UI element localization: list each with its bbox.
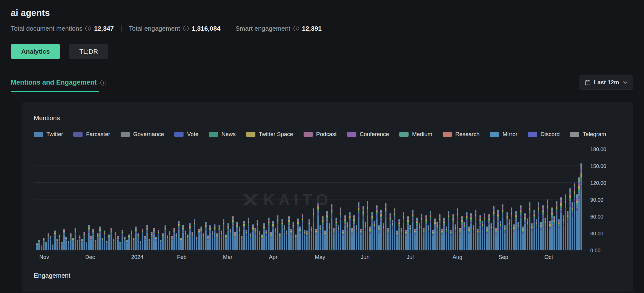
mention-bar[interactable] [367,201,368,250]
mention-bar[interactable] [102,238,103,250]
mention-bar[interactable] [75,228,76,250]
mention-bar[interactable] [376,205,378,250]
legend-item[interactable]: Telegram [570,131,606,138]
mention-bar[interactable] [212,231,213,250]
mention-bar[interactable] [363,206,364,250]
mention-bar[interactable] [506,212,508,250]
mention-bar[interactable] [38,240,40,250]
mention-bar[interactable] [140,241,141,250]
mention-bar[interactable] [286,230,287,250]
mention-bar[interactable] [436,222,438,250]
mention-bar[interactable] [412,210,413,250]
mention-bar[interactable] [547,200,548,250]
mention-bar[interactable] [151,232,153,250]
mention-bar[interactable] [358,202,359,250]
mention-bar[interactable] [486,226,488,250]
mention-bar[interactable] [324,230,326,250]
mention-bar[interactable] [248,218,249,250]
mention-bar[interactable] [124,237,126,250]
mention-bar[interactable] [473,225,474,250]
mention-bar[interactable] [65,237,67,250]
mention-bar[interactable] [340,207,341,250]
mention-bar[interactable] [104,230,105,250]
mention-bar[interactable] [475,210,476,250]
mention-bar[interactable] [551,207,553,250]
mention-bar[interactable] [448,211,449,250]
mention-bar[interactable] [279,233,281,250]
mention-bar[interactable] [293,222,294,250]
mention-bar[interactable] [263,223,265,250]
mention-bar[interactable] [153,228,155,250]
mention-bar[interactable] [108,234,110,250]
mention-bar[interactable] [48,233,49,250]
mention-bar[interactable] [304,230,305,250]
mention-bar[interactable] [401,228,402,250]
mention-bar[interactable] [144,236,146,250]
mention-bar[interactable] [502,204,503,250]
mention-bar[interactable] [322,216,324,250]
info-icon[interactable]: i [293,26,299,31]
mention-bar[interactable] [425,215,427,250]
mention-bar[interactable] [455,224,456,250]
mention-bar[interactable] [178,221,180,250]
mention-bar[interactable] [250,233,251,250]
mention-bar[interactable] [56,239,58,250]
mention-bar[interactable] [106,241,107,250]
legend-item[interactable]: News [209,131,235,138]
mention-bar[interactable] [529,202,530,250]
mention-bar[interactable] [254,228,256,250]
mention-bar[interactable] [572,202,573,250]
mention-bar[interactable] [371,212,373,250]
tab-tldr[interactable]: TL;DR [69,44,108,59]
mention-bar[interactable] [553,216,555,250]
legend-item[interactable]: Vote [174,131,198,138]
mention-bar[interactable] [484,213,485,250]
mention-bar[interactable] [446,226,447,250]
mention-bar[interactable] [434,219,436,250]
mention-bar[interactable] [520,205,522,250]
mention-bar[interactable] [331,204,332,250]
mention-bar[interactable] [277,215,278,250]
mention-bar[interactable] [567,211,568,250]
mention-bar[interactable] [246,230,247,250]
mention-bar[interactable] [536,219,537,250]
mention-bar[interactable] [52,245,53,250]
mention-bar[interactable] [374,221,375,250]
mention-bar[interactable] [198,229,200,250]
legend-item[interactable]: Conference [347,131,389,138]
mention-bar[interactable] [369,226,371,250]
mention-bar[interactable] [146,225,148,250]
mention-bar[interactable] [225,234,227,250]
mention-bar[interactable] [63,229,65,250]
mention-bar[interactable] [138,233,139,250]
mention-bar[interactable] [194,219,195,250]
mention-bar[interactable] [182,225,184,250]
legend-item[interactable]: Discord [528,131,560,138]
mention-bar[interactable] [419,223,420,250]
mention-bar[interactable] [441,229,443,250]
info-icon[interactable]: i [183,26,189,31]
info-icon[interactable]: i [85,26,91,31]
mention-bar[interactable] [428,225,429,250]
mention-bar[interactable] [342,230,344,250]
mention-bar[interactable] [92,229,94,250]
mention-bar[interactable] [68,241,69,250]
mention-bar[interactable] [209,225,211,250]
mention-bar[interactable] [128,234,130,250]
mention-bar[interactable] [396,230,398,250]
mention-bar[interactable] [533,210,535,250]
mention-bar[interactable] [185,230,186,250]
mention-bar[interactable] [439,214,440,250]
mention-bar[interactable] [219,225,220,250]
mention-bar[interactable] [196,237,197,250]
mention-bar[interactable] [497,210,499,250]
mention-bar[interactable] [527,219,528,250]
legend-item[interactable]: Podcast [304,131,337,138]
mention-bar[interactable] [160,240,161,250]
mention-bar[interactable] [61,242,63,250]
mention-bar[interactable] [403,212,404,250]
mention-bar[interactable] [36,243,38,250]
info-icon[interactable]: i [100,80,106,86]
mention-bar[interactable] [457,208,458,250]
tab-analytics[interactable]: Analytics [11,44,60,59]
